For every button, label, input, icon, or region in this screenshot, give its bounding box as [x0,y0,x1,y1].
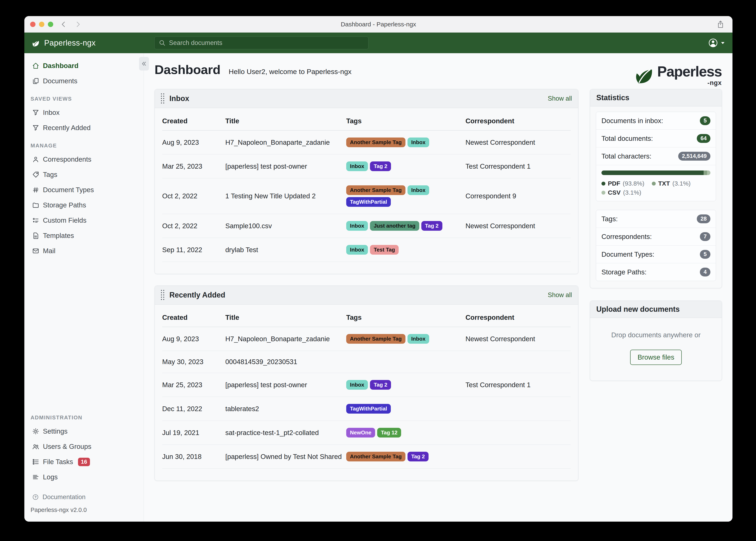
tag-chip[interactable]: Inbox [346,221,368,231]
tag-chip[interactable]: Inbox [346,245,368,255]
tag-chip[interactable]: Tag 12 [377,428,401,437]
sidebar-item-dashboard[interactable]: Dashboard [24,58,144,73]
legend-percentage: (93.8%) [623,180,644,187]
sidebar-section-heading: MANAGE [24,143,144,152]
table-row[interactable]: Aug 9, 2023H7_Napoleon_Bonaparte_zadanie… [162,327,571,351]
sidebar-item-label: Mail [43,247,56,255]
tag-chip[interactable]: Inbox [346,380,368,390]
upload-card-header: Upload new documents [590,301,722,318]
cell-tags: NewOneTag 12 [346,428,465,437]
sidebar-item-document-types[interactable]: Document Types [24,182,144,198]
table-row[interactable]: Mar 25, 2023[paperless] test post-ownerI… [162,155,571,178]
column-header-correspondent: Correspondent [465,313,571,321]
brand-home-link[interactable]: Paperless-ngx [31,38,96,48]
table-row[interactable]: Dec 11, 2022tablerates2TagWithPartial [162,397,571,421]
close-window-button[interactable] [30,22,35,27]
chevrons-left-icon [141,61,147,67]
tag-chip[interactable]: Inbox [408,334,429,344]
table-row[interactable]: Aug 9, 2023H7_Napoleon_Bonaparte_zadanie… [162,131,571,155]
cell-title: [paperless] test post-owner [225,163,346,170]
tag-chip[interactable]: Test Tag [370,245,399,255]
statistics-card-header: Statistics [590,89,722,106]
sidebar-item-storage-paths[interactable]: Storage Paths [24,198,144,213]
drag-handle-icon[interactable] [161,290,164,300]
stat-row-tags: Tags:28 [596,210,716,228]
bar-segment-txt [704,171,707,175]
user-menu[interactable] [708,38,725,48]
sidebar-item-recently-added[interactable]: Recently Added [24,120,144,136]
person-icon [32,156,39,163]
tag-chip[interactable]: Another Sample Tag [346,334,405,344]
table-row[interactable]: Oct 2, 2022Sample100.csvInboxJust anothe… [162,214,571,238]
tag-chip[interactable]: Inbox [408,138,429,147]
browse-files-button[interactable]: Browse files [630,350,682,365]
table-row[interactable]: Jun 30, 2018[paperless] Owned by Test No… [162,445,571,469]
global-search [154,37,369,49]
cell-tags: TagWithPartial [346,404,465,414]
sidebar-item-users-groups[interactable]: Users & Groups [24,439,144,454]
table-row[interactable]: May 30, 20230004814539_20230531 [162,351,571,373]
upload-dropzone[interactable]: Drop documents anywhere or Browse files [590,318,722,380]
drag-handle-icon[interactable] [161,93,164,104]
statistics-card: Statistics Documents in inbox:5Total doc… [590,89,722,288]
tag-chip[interactable]: TagWithPartial [346,404,391,414]
forward-icon[interactable] [74,21,82,29]
cell-created: May 30, 2023 [162,358,225,366]
sidebar-item-mail[interactable]: Mail [24,243,144,259]
share-icon[interactable] [716,20,725,29]
table-row[interactable]: Jul 19, 2021sat-practice-test-1_pt2-coll… [162,421,571,445]
funnel-icon [32,124,39,131]
sidebar-item-settings[interactable]: Settings [24,424,144,439]
gear-icon [32,428,39,435]
table-row[interactable]: Mar 25, 2023[paperless] test post-ownerI… [162,373,571,397]
tag-chip[interactable]: TagWithPartial [346,197,391,207]
sidebar-collapse-button[interactable] [139,57,149,71]
cell-title: drylab Test [225,246,346,254]
sidebar-item-templates[interactable]: Templates [24,228,144,243]
brand-label: Paperless-ngx [44,39,96,47]
tag-chip[interactable]: Tag 2 [370,380,391,390]
window-title: Dashboard - Paperless-ngx [341,21,416,28]
recently-added-card-title: Recently Added [169,291,225,299]
cell-title: [paperless] test post-owner [225,381,346,389]
column-header-title: Title [225,313,346,321]
sidebar-item-tags[interactable]: Tags [24,167,144,182]
tag-chip[interactable]: Tag 2 [408,452,429,461]
cell-created: Oct 2, 2022 [162,222,225,230]
table-row[interactable]: Sep 11, 2022drylab TestInboxTest Tag [162,238,571,262]
cell-title: sat-practice-test-1_pt2-collated [225,429,346,437]
cell-tags: Another Sample TagInbox [346,334,465,344]
stat-row-documents-in-inbox: Documents in inbox:5 [596,112,716,130]
tag-chip[interactable]: Inbox [408,185,429,195]
sidebar-item-label: Dashboard [43,62,78,70]
table-row[interactable]: Oct 2, 20221 Testing New Title Updated 2… [162,178,571,214]
tag-chip[interactable]: Inbox [346,162,368,171]
tag-chip[interactable]: Just another tag [370,221,419,231]
search-input[interactable] [169,39,364,47]
recently-added-show-all-link[interactable]: Show all [548,291,572,299]
sidebar-item-file-tasks[interactable]: File Tasks16 [24,454,144,469]
inbox-card-header: Inbox Show all [155,89,578,108]
tag-chip[interactable]: Another Sample Tag [346,138,405,147]
sidebar-item-custom-fields[interactable]: Custom Fields [24,213,144,228]
tag-chip[interactable]: NewOne [346,428,375,437]
sidebar-item-correspondents[interactable]: Correspondents [24,152,144,167]
sidebar-item-logs[interactable]: Logs [24,469,144,485]
main-content: Dashboard Hello User2, welcome to Paperl… [144,53,732,522]
back-icon[interactable] [60,21,67,29]
tag-chip[interactable]: Tag 2 [370,162,391,171]
zoom-window-button[interactable] [48,22,53,27]
minimize-window-button[interactable] [39,22,44,27]
tag-chip[interactable]: Another Sample Tag [346,452,405,461]
tag-chip[interactable]: Tag 2 [421,221,442,231]
tag-chip[interactable]: Another Sample Tag [346,185,405,195]
recently-added-card: Recently Added Show all CreatedTitleTags… [155,285,578,481]
sidebar-item-documentation[interactable]: ? Documentation [24,491,144,503]
sidebar-item-inbox[interactable]: Inbox [24,105,144,120]
sidebar-item-documents[interactable]: Documents [24,73,144,89]
legend-label: PDF [608,180,620,187]
app-version: Paperless-ngx v2.0.0 [24,503,144,513]
column-header-tags: Tags [346,117,465,125]
inbox-show-all-link[interactable]: Show all [548,95,572,102]
cell-created: Dec 11, 2022 [162,405,225,413]
